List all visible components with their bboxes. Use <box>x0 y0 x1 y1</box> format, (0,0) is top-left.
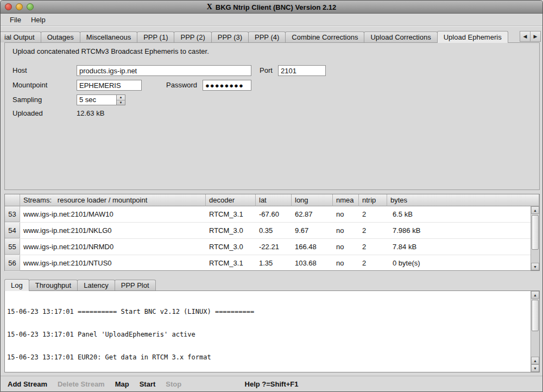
cell-mountpoint: www.igs-ip.net:2101/MAW10 <box>20 206 206 222</box>
header-nmea[interactable]: nmea <box>333 194 359 206</box>
cell-nmea: no <box>333 255 359 271</box>
header-ntrip[interactable]: ntrip <box>359 194 387 206</box>
scroll-up-icon[interactable]: ▲ <box>531 206 539 214</box>
row-number[interactable]: 56 <box>5 255 20 271</box>
cell-decoder: RTCM_3.0 <box>206 223 256 238</box>
streams-scrollbar[interactable]: ▲ ▼ <box>531 206 539 270</box>
minimize-button[interactable] <box>16 3 23 10</box>
log-line: 15-06-23 13:17:01 Panel 'UploadEphemeris… <box>7 331 529 338</box>
panel-description: Upload concatenated RTCMv3 Broadcast Eph… <box>12 47 209 55</box>
streams-table: Streams: resource loader / mountpoint de… <box>4 194 540 271</box>
sampling-spinbox[interactable]: 5 sec ▲ ▼ <box>77 94 125 105</box>
log-scrollbar[interactable]: ▲ ▲ ▼ <box>531 291 539 372</box>
tab-serial-output[interactable]: ial Output <box>1 31 41 42</box>
scroll-down-icon[interactable]: ▼ <box>531 263 539 270</box>
cell-mountpoint: www.igs-ip.net:2101/NRMD0 <box>20 239 206 255</box>
tab-scroll-left-icon[interactable]: ◀ <box>520 31 531 42</box>
upload-ephemeris-panel: Upload concatenated RTCMv3 Broadcast Eph… <box>4 42 540 190</box>
header-bytes[interactable]: bytes <box>387 194 539 206</box>
spin-up-icon[interactable]: ▲ <box>117 95 125 100</box>
add-stream-button[interactable]: Add Stream <box>8 380 47 388</box>
title-area: X BKG Ntrip Client (BNC) Version 2.12 <box>1 1 542 14</box>
row-number[interactable]: 53 <box>5 206 20 222</box>
cell-long: 62.87 <box>292 206 333 222</box>
header-corner <box>5 194 20 206</box>
statusbar: Add Stream Delete Stream Map Start Stop … <box>1 376 542 391</box>
scrollbar-thumb[interactable] <box>532 215 539 250</box>
host-label: Host <box>12 65 27 76</box>
tab-miscellaneous[interactable]: Miscellaneous <box>80 31 137 42</box>
tab-ppp-plot[interactable]: PPP Plot <box>115 280 156 290</box>
scroll-up-icon[interactable]: ▲ <box>531 291 539 299</box>
tab-ppp-4[interactable]: PPP (4) <box>248 31 286 42</box>
password-input[interactable] <box>203 80 251 91</box>
cell-ntrip: 2 <box>359 223 387 238</box>
zoom-button[interactable] <box>27 3 34 10</box>
tab-outages[interactable]: Outages <box>41 31 80 42</box>
tab-upload-corrections[interactable]: Upload Corrections <box>364 31 437 42</box>
scroll-down-icon[interactable]: ▼ <box>531 364 539 372</box>
cell-decoder: RTCM_3.0 <box>206 239 256 255</box>
tab-latency[interactable]: Latency <box>77 280 115 290</box>
menu-file[interactable]: File <box>5 15 26 25</box>
help-shortcut-label: Help ?=Shift+F1 <box>245 380 299 388</box>
tab-upload-ephemeris[interactable]: Upload Ephemeris <box>437 31 508 43</box>
tab-ppp-2[interactable]: PPP (2) <box>174 31 211 42</box>
menu-help[interactable]: Help <box>26 15 50 25</box>
spin-down-icon[interactable]: ▼ <box>117 100 125 105</box>
tab-scroll-buttons: ◀ ▶ <box>520 31 541 42</box>
port-input[interactable] <box>278 65 326 76</box>
cell-lat: 1.35 <box>256 255 292 271</box>
cell-ntrip: 2 <box>359 206 387 222</box>
mountpoint-input[interactable] <box>77 80 142 91</box>
cell-long: 9.67 <box>292 223 333 238</box>
scroll-up-icon[interactable]: ▲ <box>531 357 539 364</box>
scrollbar-thumb[interactable] <box>532 300 539 331</box>
table-row[interactable]: 53 www.igs-ip.net:2101/MAW10 RTCM_3.1 -6… <box>5 206 531 223</box>
cell-lat: 0.35 <box>256 223 292 238</box>
map-button[interactable]: Map <box>115 380 129 388</box>
password-label: Password <box>166 80 197 91</box>
table-row[interactable]: 56 www.igs-ip.net:2101/NTUS0 RTCM_3.1 1.… <box>5 255 531 271</box>
window-title: BKG Ntrip Client (BNC) Version 2.12 <box>216 3 336 11</box>
streams-header: Streams: resource loader / mountpoint de… <box>5 194 539 206</box>
tab-log[interactable]: Log <box>4 279 29 291</box>
uploaded-label: Uploaded <box>12 108 43 119</box>
cell-bytes: 0 byte(s) <box>387 255 531 271</box>
log-output[interactable]: 15-06-23 13:17:01 ========== Start BNC v… <box>7 293 529 371</box>
sampling-label: Sampling <box>12 94 42 105</box>
header-decoder[interactable]: decoder <box>206 194 256 206</box>
header-mountpoint[interactable]: Streams: resource loader / mountpoint <box>20 194 206 206</box>
cell-decoder: RTCM_3.1 <box>206 206 256 222</box>
tab-ppp-3[interactable]: PPP (3) <box>211 31 249 42</box>
header-long[interactable]: long <box>292 194 333 206</box>
tab-ppp-1[interactable]: PPP (1) <box>137 31 174 42</box>
cell-nmea: no <box>333 223 359 238</box>
cell-lat: -67.60 <box>256 206 292 222</box>
row-number[interactable]: 55 <box>5 239 20 255</box>
titlebar: X BKG Ntrip Client (BNC) Version 2.12 <box>1 1 542 14</box>
port-label: Port <box>260 65 273 76</box>
header-lat[interactable]: lat <box>256 194 292 206</box>
menubar: File Help <box>1 14 542 26</box>
row-number[interactable]: 54 <box>5 223 20 238</box>
log-panel: 15-06-23 13:17:01 ========== Start BNC v… <box>4 290 540 372</box>
tab-throughput[interactable]: Throughput <box>29 280 78 290</box>
host-input[interactable] <box>77 65 251 76</box>
log-line: 15-06-23 13:17:01 ========== Start BNC v… <box>7 308 529 315</box>
stop-button: Stop <box>166 380 181 388</box>
window-controls <box>1 3 34 10</box>
tab-combine-corrections[interactable]: Combine Corrections <box>285 31 364 42</box>
table-row[interactable]: 54 www.igs-ip.net:2101/NKLG0 RTCM_3.0 0.… <box>5 223 531 239</box>
cell-bytes: 6.5 kB <box>387 206 531 222</box>
tab-scroll-right-icon[interactable]: ▶ <box>530 31 541 42</box>
start-button[interactable]: Start <box>140 380 156 388</box>
cell-long: 166.48 <box>292 239 333 255</box>
cell-nmea: no <box>333 239 359 255</box>
spin-buttons: ▲ ▼ <box>116 95 125 105</box>
close-button[interactable] <box>5 3 12 10</box>
log-line: 15-06-23 13:17:01 EUR20: Get data in RTC… <box>7 353 529 361</box>
x11-app-icon: X <box>207 3 212 11</box>
table-row[interactable]: 55 www.igs-ip.net:2101/NRMD0 RTCM_3.0 -2… <box>5 239 531 255</box>
cell-mountpoint: www.igs-ip.net:2101/NKLG0 <box>20 223 206 238</box>
